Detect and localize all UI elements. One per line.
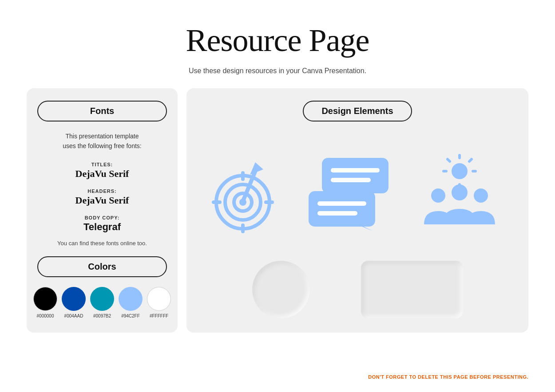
swatch-label-light-blue: #94C2FF: [121, 314, 140, 318]
team-icon: [415, 153, 504, 233]
body-category-label: BODY COPY:: [85, 215, 120, 220]
fonts-note: You can find these fonts online too.: [37, 240, 167, 247]
swatch-circle-white: [147, 287, 171, 311]
svg-rect-14: [309, 191, 375, 227]
design-elements-label: Design Elements: [303, 101, 412, 122]
page-title: Resource Page: [0, 0, 555, 59]
headers-category-label: HEADERS:: [87, 188, 116, 194]
headers-font-name: DejaVu Serif: [37, 195, 167, 206]
svg-point-26: [452, 184, 468, 200]
svg-point-18: [452, 163, 468, 179]
shapes-row: [200, 261, 515, 318]
swatch-label-black: #000000: [37, 314, 54, 318]
font-item-titles: TITLES: DejaVu Serif: [37, 160, 167, 180]
main-content: Fonts This presentation template uses th…: [27, 88, 528, 333]
swatch-circle-black: [33, 287, 57, 311]
right-panel: Design Elements: [186, 88, 528, 333]
font-item-headers: HEADERS: DejaVu Serif: [37, 187, 167, 206]
swatch-label-white: #FFFFFF: [150, 314, 168, 318]
svg-point-9: [239, 199, 246, 206]
speech-bubbles-icon: [304, 153, 393, 233]
font-item-body: BODY COPY: Telegraf: [37, 213, 167, 233]
swatch-circle-light-blue: [119, 287, 143, 311]
fonts-description: This presentation template uses the foll…: [37, 131, 167, 151]
swatch-light-blue: #94C2FF: [119, 287, 143, 318]
swatch-label-dark-blue: #004AAD: [64, 314, 83, 318]
swatch-circle-dark-blue: [62, 287, 86, 311]
body-font-name: Telegraf: [37, 221, 167, 233]
swatch-dark-blue: #004AAD: [62, 287, 86, 318]
swatch-circle-teal: [90, 287, 114, 311]
svg-line-23: [448, 159, 450, 161]
swatch-black: #000000: [33, 287, 57, 318]
icons-row: [200, 130, 515, 256]
swatch-label-teal: #0097B2: [93, 314, 111, 318]
page-subtitle: Use these design resources in your Canva…: [0, 67, 555, 75]
title-category-label: TITLES:: [91, 162, 113, 167]
design-label-wrap: Design Elements: [200, 101, 515, 122]
footer-note: DON'T FORGET TO DELETE THIS PAGE BEFORE …: [368, 374, 528, 380]
svg-point-27: [474, 188, 488, 203]
swatch-white: #FFFFFF: [147, 287, 171, 318]
svg-line-24: [469, 159, 472, 161]
left-panel: Fonts This presentation template uses th…: [27, 88, 178, 333]
target-icon: [211, 153, 282, 233]
color-swatches: #000000 #004AAD #0097B2 #94C2FF #FFFFFF: [37, 287, 167, 318]
title-font-name: DejaVu Serif: [37, 168, 167, 180]
shape-circle: [252, 261, 310, 318]
colors-label: Colors: [37, 256, 167, 277]
fonts-label: Fonts: [37, 101, 167, 122]
swatch-teal: #0097B2: [90, 287, 114, 318]
shape-rectangle: [361, 261, 463, 318]
svg-point-25: [431, 188, 445, 203]
svg-rect-10: [322, 158, 388, 193]
